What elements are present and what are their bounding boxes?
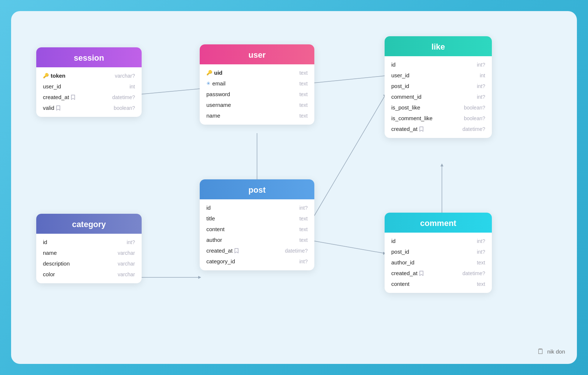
table-row: id int?: [385, 59, 492, 70]
table-row: 🔑 uid text: [200, 67, 314, 78]
table-user-header: user: [200, 44, 314, 64]
bookmark-icon: [419, 126, 423, 132]
table-row: ✳ email text: [200, 78, 314, 89]
table-row: author_id text: [385, 257, 492, 268]
table-row: 🔑 token varchar?: [36, 70, 142, 81]
svg-line-7: [311, 96, 385, 222]
svg-marker-12: [440, 163, 443, 166]
bookmark-icon: [234, 248, 239, 253]
table-category-header: category: [36, 214, 142, 234]
table-comment: comment id int? post_id int? author_id t…: [385, 213, 492, 293]
key-icon: 🔑: [206, 70, 212, 75]
table-session-header: session: [36, 47, 142, 67]
table-row: author text: [200, 234, 314, 245]
table-session: session 🔑 token varchar? user_id int cre…: [36, 47, 142, 117]
table-row: post_id int?: [385, 246, 492, 257]
table-user: user 🔑 uid text ✳ email text password te…: [200, 44, 314, 125]
watermark-text: nik don: [547, 348, 565, 355]
table-row: name text: [200, 110, 314, 121]
table-row: username text: [200, 99, 314, 110]
table-row: is_comment_like boolean?: [385, 113, 492, 124]
key-icon: 🔑: [43, 73, 49, 78]
table-like-header: like: [385, 36, 492, 56]
table-row: id int?: [385, 236, 492, 246]
table-post-header: post: [200, 179, 314, 199]
svg-line-0: [140, 89, 200, 94]
table-row: created_at datetime?: [385, 124, 492, 134]
table-row: created_at datetime?: [385, 268, 492, 278]
table-row: comment_id int?: [385, 91, 492, 102]
table-category: category id int? name varchar descriptio…: [36, 214, 142, 283]
svg-line-3: [311, 76, 385, 83]
table-row: created_at datetime?: [200, 245, 314, 256]
table-row: title text: [200, 213, 314, 224]
bookmark-icon: [71, 95, 75, 100]
table-row: content text: [200, 224, 314, 234]
asterisk-icon: ✳: [206, 81, 210, 86]
table-row: password text: [200, 89, 314, 99]
watermark: 🗒 nik don: [537, 347, 565, 356]
table-row: id int?: [36, 237, 142, 247]
table-row: is_post_like boolean?: [385, 102, 492, 113]
table-row: post_id int?: [385, 81, 492, 91]
table-row: created_at datetime?: [36, 92, 142, 102]
canvas: session 🔑 token varchar? user_id int cre…: [11, 11, 577, 364]
table-post: post id int? title text content text aut…: [200, 179, 314, 270]
table-row: description varchar: [36, 258, 142, 269]
table-row: valid boolean?: [36, 102, 142, 113]
table-row: category_id int?: [200, 256, 314, 267]
table-row: color varchar: [36, 269, 142, 280]
table-comment-header: comment: [385, 213, 492, 233]
svg-marker-14: [198, 276, 201, 279]
table-row: user_id int: [36, 81, 142, 92]
watermark-icon: 🗒: [537, 347, 544, 356]
bookmark-icon: [419, 271, 423, 276]
table-row: content text: [385, 278, 492, 289]
table-row: id int?: [200, 202, 314, 213]
bookmark-icon: [56, 105, 60, 111]
table-row: name varchar: [36, 247, 142, 258]
table-like: like id int? user_id int post_id int? co…: [385, 36, 492, 138]
svg-line-9: [311, 240, 385, 253]
table-row: user_id int: [385, 70, 492, 81]
